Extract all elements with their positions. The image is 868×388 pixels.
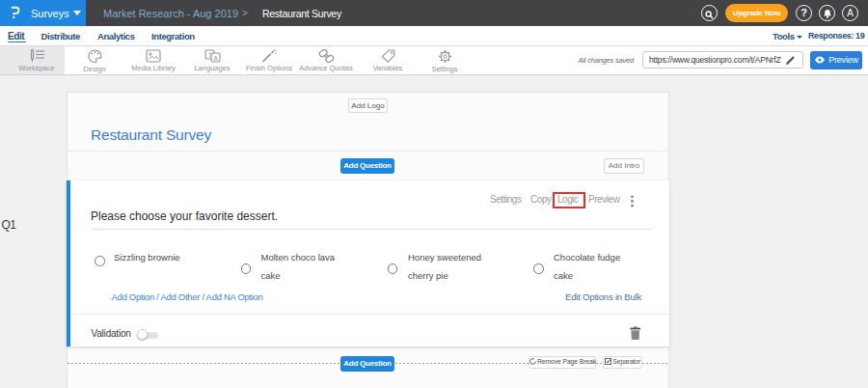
svg-text:A: A — [213, 55, 218, 62]
svg-text:ア: ア — [207, 52, 213, 58]
